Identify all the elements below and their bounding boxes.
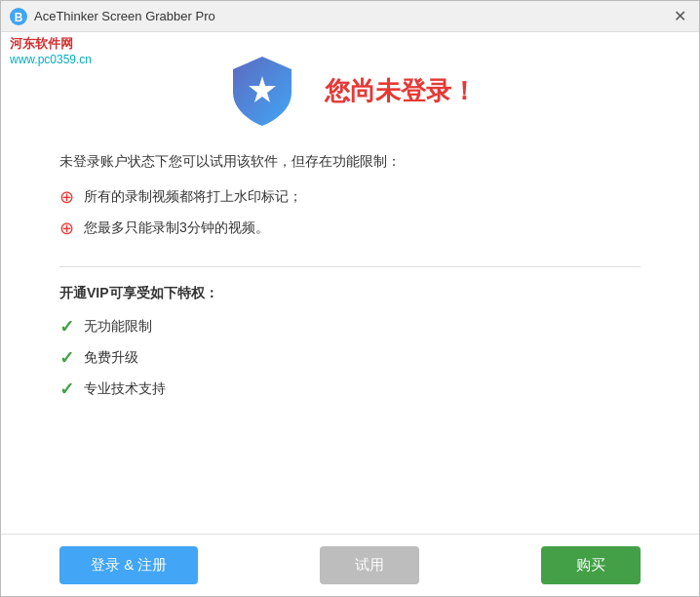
check-icon-1: ✓ bbox=[59, 316, 74, 338]
limitation-item-1: ⊕ 所有的录制视频都将打上水印标记； bbox=[59, 186, 641, 208]
close-button[interactable]: ✕ bbox=[668, 5, 691, 28]
limitation-item-2: ⊕ 您最多只能录制3分钟的视频。 bbox=[59, 218, 641, 239]
app-icon: B bbox=[9, 7, 28, 26]
warning-icon-2: ⊕ bbox=[59, 218, 74, 239]
vip-benefit-text-3: 专业技术支持 bbox=[84, 380, 166, 398]
main-content: 您尚未登录！ 未登录账户状态下您可以试用该软件，但存在功能限制： ⊕ 所有的录制… bbox=[1, 32, 699, 534]
vip-title: 开通VIP可享受如下特权： bbox=[59, 285, 641, 302]
vip-benefit-2: ✓ 免费升级 bbox=[59, 347, 641, 369]
check-icon-2: ✓ bbox=[59, 347, 74, 369]
divider bbox=[59, 266, 641, 267]
watermark-line1: 河东软件网 bbox=[10, 35, 92, 53]
vip-benefit-1: ✓ 无功能限制 bbox=[59, 316, 641, 338]
description-text: 未登录账户状态下您可以试用该软件，但存在功能限制： bbox=[59, 153, 401, 171]
vip-benefit-text-1: 无功能限制 bbox=[84, 318, 152, 336]
vip-section: 开通VIP可享受如下特权： ✓ 无功能限制 ✓ 免费升级 ✓ 专业技术支持 bbox=[59, 285, 641, 410]
main-window: B AceThinker Screen Grabber Pro ✕ 河东软件网 … bbox=[0, 0, 700, 597]
buy-button[interactable]: 购买 bbox=[541, 546, 641, 584]
header-section: 您尚未登录！ bbox=[223, 52, 477, 130]
limitation-list: ⊕ 所有的录制视频都将打上水印标记； ⊕ 您最多只能录制3分钟的视频。 bbox=[59, 186, 641, 249]
check-icon-3: ✓ bbox=[59, 378, 74, 400]
logo-icon bbox=[223, 52, 301, 130]
window-title: AceThinker Screen Grabber Pro bbox=[34, 9, 668, 23]
watermark-line2: www.pc0359.cn bbox=[10, 53, 92, 66]
login-button[interactable]: 登录 & 注册 bbox=[59, 546, 198, 584]
trial-button[interactable]: 试用 bbox=[320, 546, 419, 584]
footer: 登录 & 注册 试用 购买 bbox=[1, 534, 699, 596]
vip-benefit-3: ✓ 专业技术支持 bbox=[59, 378, 641, 400]
not-logged-title: 您尚未登录！ bbox=[325, 74, 477, 108]
limitation-text-2: 您最多只能录制3分钟的视频。 bbox=[84, 219, 269, 237]
watermark: 河东软件网 www.pc0359.cn bbox=[0, 31, 101, 70]
limitation-text-1: 所有的录制视频都将打上水印标记； bbox=[84, 188, 302, 206]
vip-benefit-text-2: 免费升级 bbox=[84, 349, 138, 367]
svg-text:B: B bbox=[15, 11, 23, 24]
titlebar: B AceThinker Screen Grabber Pro ✕ bbox=[1, 1, 699, 32]
warning-icon-1: ⊕ bbox=[59, 186, 74, 208]
